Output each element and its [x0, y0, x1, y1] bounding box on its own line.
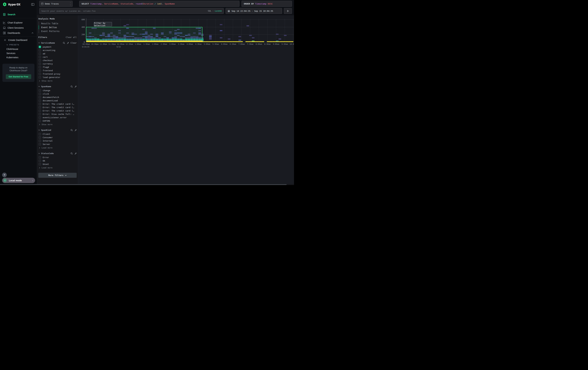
- filter-option-change[interactable]: change: [38, 89, 77, 92]
- filter-option-documentfetch[interactable]: documentFetch: [38, 96, 77, 99]
- analysis-mode-event-deltas[interactable]: Event Deltas: [39, 25, 77, 29]
- checkbox[interactable]: [39, 63, 41, 65]
- checkbox[interactable]: [39, 76, 41, 79]
- filter-group-name[interactable]: SpanKind: [41, 129, 51, 131]
- checkbox[interactable]: [39, 96, 41, 99]
- checkbox[interactable]: [39, 163, 41, 165]
- chevron-down-icon[interactable]: [38, 153, 40, 154]
- filter-option-accounting[interactable]: accounting: [38, 49, 77, 52]
- filter-option-frontend[interactable]: frontend: [38, 69, 77, 72]
- checkbox-checked[interactable]: [39, 46, 41, 48]
- filter-option-error-the-credit-card-[interactable]: Error: The credit card (…: [38, 109, 77, 112]
- search-icon[interactable]: [71, 85, 73, 88]
- search-icon[interactable]: [63, 42, 65, 44]
- sidebar-preset-services[interactable]: Services: [0, 51, 37, 55]
- filter-group-name[interactable]: StatusCode: [41, 152, 54, 155]
- sidebar-item-create-dashboard[interactable]: Create Dashboard: [0, 38, 37, 42]
- filter-option-internal[interactable]: Internal: [38, 139, 77, 142]
- filter-option-click[interactable]: click: [38, 92, 77, 96]
- checkbox[interactable]: [39, 160, 41, 162]
- checkbox[interactable]: [39, 143, 41, 145]
- chevron-down-icon[interactable]: [38, 86, 40, 87]
- filter-option-client[interactable]: Client: [38, 132, 77, 136]
- filter-option-cart[interactable]: cart: [38, 55, 77, 59]
- sidebar-preset-kubernetes[interactable]: Kubernetes: [0, 55, 37, 60]
- filter-option-expire[interactable]: EXPIRE: [38, 119, 77, 123]
- filter-option-checkout[interactable]: checkout: [38, 59, 77, 62]
- sidebar-item-client-sessions[interactable]: Client Sessions: [0, 25, 37, 30]
- checkbox[interactable]: [39, 66, 41, 68]
- sql-mode-toggle[interactable]: SQL: [208, 10, 211, 12]
- checkbox[interactable]: [39, 93, 41, 95]
- checkbox[interactable]: [39, 140, 41, 142]
- filter-option-frontend-proxy[interactable]: frontend-proxy: [38, 72, 77, 76]
- sidebar-presets-toggle[interactable]: PRESETS: [0, 42, 37, 47]
- filter-by-selection-button[interactable]: Filter by Selection: [94, 22, 112, 26]
- filter-option-consumer[interactable]: Consumer: [38, 136, 77, 139]
- filter-group-name[interactable]: SpanName: [41, 85, 51, 88]
- checkbox[interactable]: [39, 113, 41, 115]
- help-button[interactable]: ?: [2, 173, 7, 177]
- checkbox[interactable]: [39, 110, 41, 112]
- filter-option-load-generator[interactable]: load-generator: [38, 76, 77, 79]
- load-more-link[interactable]: Load more: [38, 166, 77, 169]
- filter-option-currency[interactable]: currency: [38, 62, 77, 65]
- sidebar-item-dashboards[interactable]: Dashboards: [0, 30, 37, 36]
- checkbox[interactable]: [39, 59, 41, 62]
- search-input[interactable]: Search your events w/ Lucene ex. column:…: [39, 8, 224, 14]
- sidebar-item-search[interactable]: Search: [0, 12, 37, 17]
- checkbox[interactable]: [39, 73, 41, 75]
- order-by-input[interactable]: ORDER BY Timestamp DESC: [242, 1, 292, 7]
- filter-option-server[interactable]: Server: [38, 142, 77, 146]
- filter-option-error-the-credit-card-[interactable]: Error: The credit card (…: [38, 102, 77, 106]
- collapse-sidebar-icon[interactable]: [31, 3, 34, 6]
- sidebar-preset-clickhouse[interactable]: ClickHouse: [0, 47, 37, 51]
- pin-icon[interactable]: [67, 42, 69, 44]
- search-icon[interactable]: [71, 129, 73, 131]
- get-started-button[interactable]: Get Started for Free: [6, 74, 31, 79]
- lucene-mode-toggle[interactable]: Lucene: [215, 10, 222, 12]
- sql-select-input[interactable]: SELECT Timestamp, ServiceName, StatusCod…: [79, 1, 239, 7]
- load-more-link[interactable]: Load more: [38, 146, 77, 149]
- horizontal-scrollbar[interactable]: [0, 184, 294, 185]
- checkbox[interactable]: [39, 100, 41, 102]
- clear-group-filter[interactable]: Clear: [71, 42, 77, 44]
- checkbox[interactable]: [39, 133, 41, 135]
- chart-selection-region[interactable]: [86, 27, 202, 40]
- pin-icon[interactable]: [74, 85, 77, 88]
- filter-option-unset[interactable]: Unset: [38, 162, 77, 166]
- run-query-button[interactable]: [284, 8, 292, 14]
- duration-heatmap-chart[interactable]: 020040060010:00pm10:30pm11:00pm11:30pm12…: [78, 15, 294, 184]
- checkbox[interactable]: [39, 120, 41, 122]
- checkbox[interactable]: [39, 106, 41, 109]
- sidebar-item-chart-explorer[interactable]: Chart Explorer: [0, 20, 37, 25]
- checkbox[interactable]: [39, 89, 41, 92]
- analysis-mode-event-patterns[interactable]: Event Patterns: [39, 29, 77, 33]
- pin-icon[interactable]: [74, 129, 77, 131]
- filter-option-flagd[interactable]: flagd: [38, 65, 77, 69]
- filter-option-eventlistener-error[interactable]: eventListener.error: [38, 116, 77, 119]
- chevron-down-icon[interactable]: [38, 42, 40, 43]
- user-menu[interactable]: U Local mode ›: [2, 178, 35, 183]
- scrollbar-thumb[interactable]: [0, 184, 287, 185]
- checkbox[interactable]: [39, 56, 41, 58]
- analysis-mode-results-table[interactable]: Results Table: [39, 21, 77, 25]
- filter-option-error-visa-cache-full-[interactable]: Error: Visa cache full: …: [38, 112, 77, 116]
- checkbox[interactable]: [39, 136, 41, 139]
- filter-option-ad[interactable]: ad: [38, 52, 77, 55]
- filter-group-name[interactable]: ServiceName: [41, 42, 55, 44]
- filter-option-error[interactable]: Error: [38, 156, 77, 159]
- clear-all-filters[interactable]: Clear all: [66, 36, 77, 39]
- checkbox[interactable]: [39, 156, 41, 159]
- filter-option-error-the-credit-card-[interactable]: Error: The credit card (…: [38, 106, 77, 109]
- checkbox[interactable]: [39, 103, 41, 105]
- checkbox[interactable]: [39, 116, 41, 119]
- show-more-link[interactable]: Show more: [38, 79, 77, 82]
- checkbox[interactable]: [39, 52, 41, 55]
- chevron-down-icon[interactable]: [38, 130, 40, 131]
- date-range-picker[interactable]: Sep 14 22:04:35 - Sep 15 10:04:35: [226, 8, 282, 14]
- filter-option-ok[interactable]: Ok: [38, 159, 77, 162]
- checkbox[interactable]: [39, 69, 41, 72]
- more-filters-button[interactable]: More filters: [38, 173, 77, 178]
- filter-option-documentload[interactable]: documentLoad: [38, 99, 77, 102]
